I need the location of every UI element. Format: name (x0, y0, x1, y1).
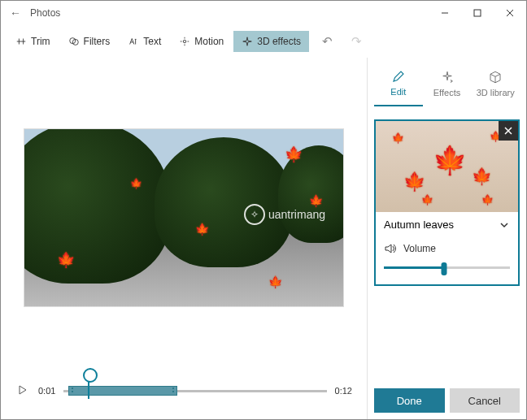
motion-icon (179, 36, 190, 47)
preview-area: 🍁 🍁 🍁 🍁 🍁 🍁 ✧ uantrimang (11, 67, 357, 367)
cancel-label: Cancel (468, 395, 501, 407)
close-button[interactable] (494, 1, 526, 25)
chevron-down-icon (499, 219, 510, 231)
text-icon (128, 36, 139, 47)
tab-effects[interactable]: Effects (423, 59, 472, 106)
tree-shape (24, 128, 171, 284)
effect-panel-wrap: 🍁 🍁 🍁 🍁 🍁 🍁 🍁 Autumn leaves (374, 106, 520, 383)
sparkle-icon (242, 36, 253, 47)
remove-effect-button[interactable] (499, 121, 518, 141)
main-column: 🍁 🍁 🍁 🍁 🍁 🍁 ✧ uantrimang 0:01 (1, 58, 367, 419)
title-bar: ← Photos (1, 1, 526, 25)
side-footer: Done Cancel (374, 383, 520, 413)
watermark-text: uantrimang (268, 208, 325, 221)
trim-icon (15, 36, 27, 47)
volume-slider[interactable] (384, 262, 510, 273)
volume-section: Volume (376, 237, 518, 284)
tab-edit-label: Edit (390, 87, 406, 97)
motion-tool[interactable]: Motion (171, 31, 232, 52)
speaker-icon (384, 242, 397, 255)
effect-thumbnail[interactable]: 🍁 🍁 🍁 🍁 🍁 🍁 🍁 (376, 121, 518, 212)
effect-name-row[interactable]: Autumn leaves (376, 212, 518, 237)
trim-tool[interactable]: Trim (7, 31, 59, 52)
slider-fill (384, 266, 444, 269)
tab-effects-label: Effects (433, 88, 460, 97)
3d-effects-tool[interactable]: 3D effects (233, 31, 309, 52)
timeline-track[interactable] (63, 386, 326, 396)
playhead[interactable] (88, 376, 89, 399)
minimize-button[interactable] (429, 1, 461, 25)
side-tabs: Edit Effects 3D library (374, 59, 520, 106)
filters-icon (68, 36, 80, 47)
maximize-button[interactable] (461, 1, 494, 25)
back-button[interactable]: ← (1, 6, 30, 19)
svg-rect-0 (474, 10, 481, 16)
filters-label: Filters (84, 36, 111, 47)
3d-effects-label: 3D effects (257, 36, 301, 47)
trim-label: Trim (31, 36, 50, 47)
slider-thumb[interactable] (442, 262, 447, 275)
cube-icon (488, 70, 503, 84)
timeline: 0:01 0:12 (11, 367, 357, 419)
close-icon (503, 126, 513, 136)
effect-panel: 🍁 🍁 🍁 🍁 🍁 🍁 🍁 Autumn leaves (374, 119, 520, 286)
tab-3d-library[interactable]: 3D library (471, 59, 520, 106)
app-window: ← Photos Trim Filters Text Motion (0, 0, 527, 420)
editor-toolbar: Trim Filters Text Motion 3D effects ↶ ↷ (1, 25, 526, 58)
video-preview[interactable]: 🍁 🍁 🍁 🍁 🍁 🍁 ✧ uantrimang (24, 128, 344, 307)
cancel-button[interactable]: Cancel (450, 388, 520, 413)
time-current: 0:01 (38, 386, 55, 396)
text-tool[interactable]: Text (120, 31, 169, 52)
filters-tool[interactable]: Filters (60, 31, 119, 52)
watermark: ✧ uantrimang (244, 204, 325, 225)
text-label: Text (143, 36, 161, 47)
window-title: Photos (30, 7, 429, 19)
redo-button: ↷ (345, 31, 368, 52)
motion-label: Motion (194, 36, 224, 47)
done-label: Done (397, 395, 422, 407)
effect-clip[interactable] (68, 386, 177, 396)
play-button[interactable] (15, 385, 30, 396)
effects-icon (440, 70, 455, 84)
done-button[interactable]: Done (374, 388, 445, 413)
tab-library-label: 3D library (477, 88, 515, 97)
svg-point-3 (183, 40, 186, 43)
tab-edit[interactable]: Edit (374, 59, 423, 106)
volume-label: Volume (403, 243, 436, 254)
side-panel: Edit Effects 3D library 🍁 🍁 🍁 (367, 58, 526, 419)
effect-name: Autumn leaves (384, 219, 454, 231)
pencil-icon (391, 69, 406, 84)
editor-body: 🍁 🍁 🍁 🍁 🍁 🍁 ✧ uantrimang 0:01 (1, 58, 526, 419)
undo-button[interactable]: ↶ (316, 31, 338, 52)
time-duration: 0:12 (335, 386, 352, 396)
tree-shape (155, 137, 293, 267)
